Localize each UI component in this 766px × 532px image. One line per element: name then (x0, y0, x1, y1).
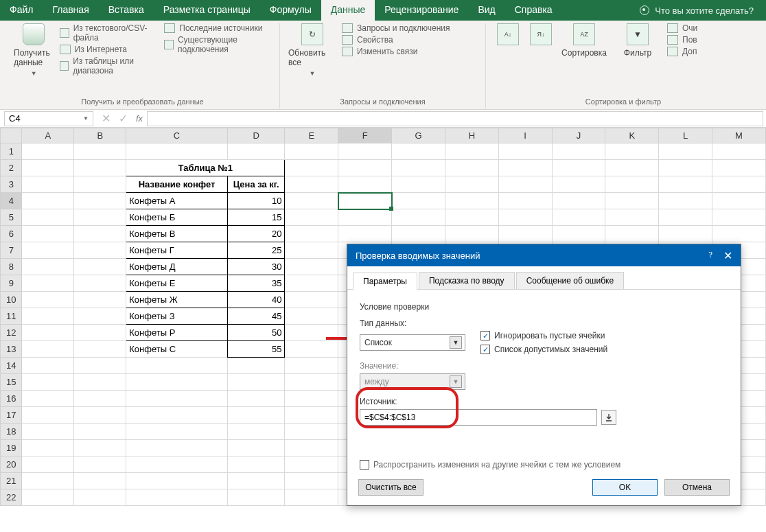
cell-E11[interactable] (285, 308, 338, 325)
col-header-B[interactable]: B (74, 128, 126, 143)
cell-C5[interactable]: Конфеты Б (126, 209, 228, 226)
cell-F3[interactable] (338, 176, 392, 193)
cell-D18[interactable] (227, 424, 285, 440)
cell-I3[interactable] (498, 176, 552, 193)
tab-review[interactable]: Рецензирование (375, 0, 468, 21)
cell-B9[interactable] (74, 275, 126, 292)
cell-F4[interactable] (338, 193, 392, 209)
cell-H2[interactable] (445, 160, 498, 176)
cell-D4[interactable]: 10 (227, 193, 285, 209)
cell-H1[interactable] (445, 143, 498, 160)
col-header-E[interactable]: E (285, 128, 338, 143)
cell-H6[interactable] (445, 226, 498, 242)
cell-A19[interactable] (22, 440, 74, 456)
cell-J5[interactable] (552, 209, 605, 226)
tab-layout[interactable]: Разметка страницы (154, 0, 260, 21)
cell-E14[interactable] (285, 358, 338, 374)
cell-B5[interactable] (74, 209, 126, 226)
sort-button[interactable]: AZ Сортировка (560, 23, 608, 58)
cell-E6[interactable] (285, 226, 338, 242)
cell-M2[interactable] (712, 160, 766, 176)
cell-F6[interactable] (338, 226, 392, 242)
cell-C9[interactable]: Конфеты Е (126, 275, 228, 292)
row-header-19[interactable]: 19 (1, 440, 22, 456)
cell-E2[interactable] (285, 160, 338, 176)
tell-me[interactable]: Что вы хотите сделать? (627, 0, 766, 21)
row-header-15[interactable]: 15 (1, 374, 22, 391)
cell-L4[interactable] (659, 193, 712, 209)
cell-B22[interactable] (74, 489, 126, 506)
cell-C6[interactable]: Конфеты В (126, 226, 228, 242)
cell-K5[interactable] (605, 209, 659, 226)
ignore-blank-checkbox[interactable]: ✓ Игнорировать пустые ячейки (480, 331, 607, 340)
source-input[interactable] (360, 409, 597, 426)
fx-icon[interactable]: fx (132, 113, 147, 124)
tab-view[interactable]: Вид (468, 0, 504, 21)
cell-A2[interactable] (22, 160, 74, 176)
tab-error-alert[interactable]: Сообщение об ошибке (516, 272, 624, 289)
col-header-I[interactable]: I (498, 128, 552, 143)
cell-B8[interactable] (74, 259, 126, 275)
cell-M3[interactable] (712, 176, 766, 193)
cell-D5[interactable]: 15 (227, 209, 285, 226)
advanced-filter[interactable]: Доп (667, 47, 697, 56)
row-header-17[interactable]: 17 (1, 407, 22, 424)
row-header-9[interactable]: 9 (1, 275, 22, 292)
cell-A16[interactable] (22, 391, 74, 407)
cell-A5[interactable] (22, 209, 74, 226)
cell-B18[interactable] (74, 424, 126, 440)
cell-B6[interactable] (74, 226, 126, 242)
cell-A17[interactable] (22, 407, 74, 424)
cell-C13[interactable]: Конфеты С (126, 341, 228, 358)
cell-I4[interactable] (498, 193, 552, 209)
tab-help[interactable]: Справка (505, 0, 562, 21)
row-header-16[interactable]: 16 (1, 391, 22, 407)
cell-B3[interactable] (74, 176, 126, 193)
cell-F2[interactable] (338, 160, 392, 176)
cell-E7[interactable] (285, 242, 338, 259)
col-header-D[interactable]: D (227, 128, 285, 143)
cell-K6[interactable] (605, 226, 659, 242)
cell-B16[interactable] (74, 391, 126, 407)
tab-file[interactable]: Файл (0, 0, 43, 21)
cell-C20[interactable] (126, 456, 228, 473)
cell-C10[interactable]: Конфеты Ж (126, 292, 228, 308)
cell-C15[interactable] (126, 374, 228, 391)
cell-B1[interactable] (74, 143, 126, 160)
cancel-formula-icon[interactable]: ✕ (97, 112, 115, 125)
get-data-button[interactable]: Получить данные ▼ (14, 23, 54, 77)
cell-D8[interactable]: 30 (227, 259, 285, 275)
cell-D11[interactable]: 45 (227, 308, 285, 325)
cell-M5[interactable] (712, 209, 766, 226)
from-csv[interactable]: Из текстового/CSV-файла (60, 23, 159, 43)
clear-all-button[interactable]: Очистить все (358, 479, 423, 496)
cell-B10[interactable] (74, 292, 126, 308)
tab-formulas[interactable]: Формулы (260, 0, 321, 21)
cell-E21[interactable] (285, 473, 338, 489)
tab-home[interactable]: Главная (43, 0, 98, 21)
cell-A21[interactable] (22, 473, 74, 489)
cell-D17[interactable] (227, 407, 285, 424)
cell-B2[interactable] (74, 160, 126, 176)
cell-B7[interactable] (74, 242, 126, 259)
col-header-H[interactable]: H (445, 128, 498, 143)
cell-G5[interactable] (392, 209, 445, 226)
cell-A20[interactable] (22, 456, 74, 473)
cell-B15[interactable] (74, 374, 126, 391)
cell-I5[interactable] (498, 209, 552, 226)
cell-C17[interactable] (126, 407, 228, 424)
cell-D12[interactable]: 50 (227, 325, 285, 341)
cell-B12[interactable] (74, 325, 126, 341)
cell-B13[interactable] (74, 341, 126, 358)
cell-A4[interactable] (22, 193, 74, 209)
cell-C18[interactable] (126, 424, 228, 440)
cell-E13[interactable] (285, 341, 338, 358)
cell-A14[interactable] (22, 358, 74, 374)
cell-K4[interactable] (605, 193, 659, 209)
cell-E16[interactable] (285, 391, 338, 407)
cell-M6[interactable] (712, 226, 766, 242)
cell-E3[interactable] (285, 176, 338, 193)
cell-C16[interactable] (126, 391, 228, 407)
cell-E15[interactable] (285, 374, 338, 391)
cell-E17[interactable] (285, 407, 338, 424)
